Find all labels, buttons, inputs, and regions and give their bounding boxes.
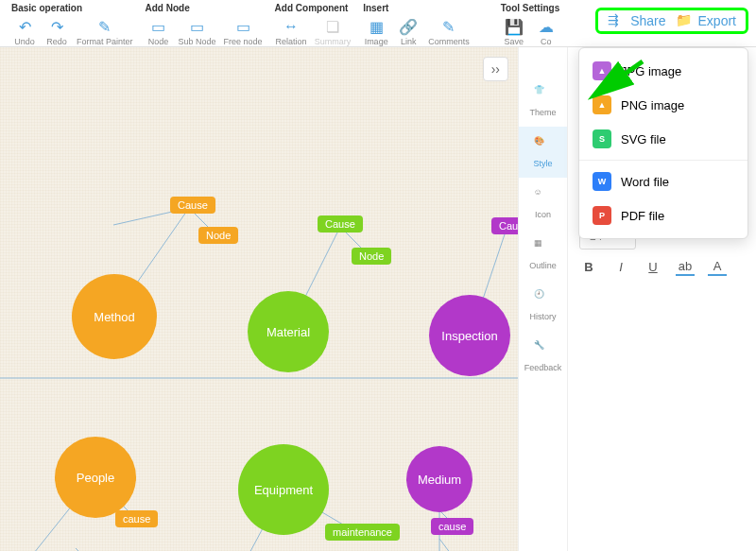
export-word[interactable]: WWord file [579, 164, 747, 198]
mindmap-subnode[interactable]: Node [198, 227, 238, 244]
underline-button[interactable]: U [644, 257, 662, 276]
summary-button[interactable]: ❏Summary [312, 16, 354, 48]
mindmap-node[interactable]: Medium [406, 446, 472, 512]
wrench-icon: 🔧 [534, 340, 553, 359]
right-sidebar: 👕Theme 🎨Style ☺Icon ▦Outline 🕘History 🔧F… [518, 47, 567, 551]
link-icon: 🔗 [400, 18, 417, 35]
svg-line-1 [595, 61, 643, 95]
export-folder-icon: 📁 [676, 12, 693, 29]
group-insert: Insert [361, 0, 472, 16]
sidebar-icon[interactable]: ☺Icon [519, 178, 567, 229]
relation-button[interactable]: ↔Relation [273, 16, 310, 48]
cloud-button[interactable]: ☁Co [531, 16, 561, 48]
sidebar-style[interactable]: 🎨Style [519, 127, 567, 178]
undo-button[interactable]: ↶Undo [9, 16, 40, 48]
highlight-button[interactable]: ab [676, 257, 695, 276]
group-addnode: Add Node [144, 0, 266, 16]
mindmap-subnode[interactable]: cause [431, 518, 473, 535]
freenode-icon: ▭ [234, 18, 251, 35]
svg-line-16 [439, 539, 454, 551]
image-icon: ▦ [368, 18, 385, 35]
redo-icon: ↷ [48, 18, 65, 35]
summary-icon: ❏ [324, 18, 341, 35]
subnode-icon: ▭ [189, 18, 206, 35]
share-export-bar: ⇶Share 📁Export [595, 8, 748, 34]
mindmap-node[interactable]: Equipment [238, 444, 329, 535]
svg-icon: S [593, 129, 611, 148]
bold-button[interactable]: B [579, 257, 598, 276]
mindmap-subnode[interactable]: Cause [318, 215, 363, 232]
toolbar: Basic operation ↶Undo ↷Redo ✎Format Pain… [0, 0, 756, 47]
pdf-icon: P [593, 206, 611, 225]
mindmap-subnode[interactable]: Node [352, 248, 391, 265]
image-button[interactable]: ▦Image [361, 16, 391, 48]
share-icon: ⇶ [608, 12, 625, 29]
grid-icon: ▦ [534, 238, 553, 257]
palette-icon: 🎨 [534, 136, 553, 155]
group-toolsettings: Tool Settings [499, 0, 562, 16]
save-icon: 💾 [506, 18, 523, 35]
mindmap-node[interactable]: Inspection [429, 295, 510, 376]
annotation-arrow [586, 57, 662, 113]
comment-icon: ✎ [440, 18, 457, 35]
mindmap-subnode[interactable]: maintenance [325, 524, 400, 541]
shirt-icon: 👕 [534, 85, 553, 104]
mindmap-subnode[interactable]: cause [115, 510, 158, 527]
clock-icon: 🕘 [534, 289, 553, 308]
comments-button[interactable]: ✎Comments [425, 16, 472, 48]
mindmap-node[interactable]: Method [72, 274, 157, 359]
redo-button[interactable]: ↷Redo [42, 16, 72, 48]
sidebar-history[interactable]: 🕘History [519, 280, 567, 331]
italic-button[interactable]: I [611, 257, 630, 276]
text-color-button[interactable]: A [708, 257, 727, 276]
undo-icon: ↶ [16, 18, 33, 35]
divider [579, 160, 747, 161]
freenode-button[interactable]: ▭Free node [221, 16, 266, 48]
canvas[interactable]: ›› MethodMaterialInspectionPeopleEquipme… [0, 47, 518, 551]
export-button[interactable]: 📁Export [676, 12, 736, 29]
link-button[interactable]: 🔗Link [393, 16, 423, 48]
smile-icon: ☺ [534, 187, 553, 206]
group-addcomp: Add Component [273, 0, 354, 16]
export-pdf[interactable]: PPDF file [579, 198, 747, 232]
save-button[interactable]: 💾Save [499, 16, 529, 48]
mindmap-subnode[interactable]: Cause [170, 197, 215, 214]
share-button[interactable]: ⇶Share [608, 12, 665, 29]
mindmap-subnode[interactable]: Cau [491, 217, 518, 234]
subnode-button[interactable]: ▭Sub Node [176, 16, 219, 48]
format-painter-button[interactable]: ✎Format Painter [74, 16, 136, 48]
node-button[interactable]: ▭Node [144, 16, 174, 48]
mindmap-node[interactable]: People [55, 437, 136, 518]
word-icon: W [593, 172, 611, 191]
node-icon: ▭ [150, 18, 167, 35]
sidebar-theme[interactable]: 👕Theme [519, 76, 567, 127]
brush-icon: ✎ [96, 18, 113, 35]
mindmap-node[interactable]: Material [248, 291, 329, 372]
cloud-icon: ☁ [538, 18, 555, 35]
relation-icon: ↔ [283, 18, 300, 35]
group-basic: Basic operation [9, 0, 136, 16]
sidebar-feedback[interactable]: 🔧Feedback [519, 331, 567, 382]
export-svg[interactable]: SSVG file [579, 122, 747, 156]
sidebar-outline[interactable]: ▦Outline [519, 229, 567, 280]
